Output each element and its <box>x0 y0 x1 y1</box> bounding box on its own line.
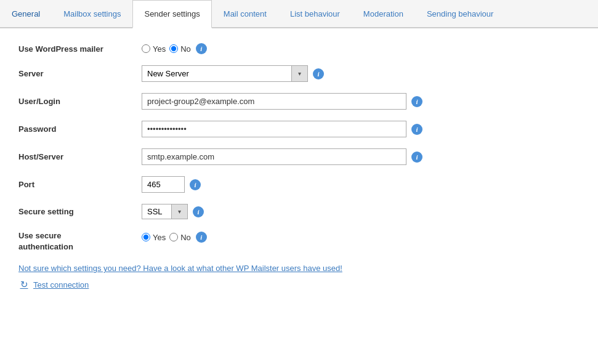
secure-setting-select[interactable]: SSL TLS None <box>142 204 187 219</box>
wordpress-mailer-radio-group: Yes No <box>142 44 191 54</box>
server-info-icon[interactable]: i <box>313 68 324 79</box>
wp-mailer-yes-radio[interactable] <box>142 44 150 53</box>
wordpress-mailer-label: Use WordPress mailer <box>18 44 142 54</box>
secure-setting-row: Secure setting SSL TLS None ▾ i <box>18 204 580 219</box>
host-server-row: Host/Server i <box>18 148 580 165</box>
secure-auth-no-text: No <box>180 233 191 242</box>
tab-sending-behaviour[interactable]: Sending behaviour <box>415 0 505 27</box>
secure-setting-label: Secure setting <box>18 207 142 216</box>
server-select[interactable]: New Server Custom Server <box>142 66 307 81</box>
user-login-info-icon[interactable]: i <box>411 96 422 107</box>
sender-settings-panel: Use WordPress mailer Yes No i Server New… <box>0 28 598 305</box>
wp-mailer-no-text: No <box>180 44 191 54</box>
tab-bar: General Mailbox settings Sender settings… <box>0 0 598 28</box>
secure-auth-row: Use secure authentication Yes No i <box>18 230 580 253</box>
port-row: Port i <box>18 176 580 193</box>
password-label: Password <box>18 124 142 134</box>
wp-mailer-info-icon[interactable]: i <box>196 43 207 54</box>
secure-auth-info-icon[interactable]: i <box>196 232 207 243</box>
wp-mailer-no-radio[interactable] <box>169 44 178 53</box>
wordpress-mailer-row: Use WordPress mailer Yes No i <box>18 43 580 54</box>
help-link[interactable]: Not sure which settings you need? Have a… <box>18 264 580 273</box>
secure-select-wrapper[interactable]: SSL TLS None ▾ <box>142 204 188 219</box>
tab-general[interactable]: General <box>0 0 52 27</box>
server-select-wrapper[interactable]: New Server Custom Server ▾ <box>142 65 308 82</box>
password-field: i <box>142 121 422 137</box>
wp-mailer-no-label[interactable]: No <box>169 44 191 54</box>
host-server-info-icon[interactable]: i <box>411 152 422 163</box>
password-info-icon[interactable]: i <box>411 124 422 135</box>
secure-auth-no-radio[interactable] <box>169 233 178 241</box>
server-label: Server <box>18 69 142 78</box>
port-field: i <box>142 176 201 193</box>
tab-moderation[interactable]: Moderation <box>352 0 415 27</box>
secure-auth-label: Use secure authentication <box>18 230 142 253</box>
secure-auth-yes-text: Yes <box>153 233 166 242</box>
port-input[interactable] <box>142 176 185 193</box>
tab-mail-content[interactable]: Mail content <box>212 0 278 27</box>
wp-mailer-yes-label[interactable]: Yes <box>142 44 166 54</box>
test-connection-label: Test connection <box>33 280 89 289</box>
host-server-field: i <box>142 148 422 165</box>
host-server-input[interactable] <box>142 148 406 165</box>
secure-setting-field: SSL TLS None ▾ i <box>142 204 204 219</box>
tab-mailbox-settings[interactable]: Mailbox settings <box>52 0 132 27</box>
user-login-field: i <box>142 93 422 110</box>
host-server-label: Host/Server <box>18 152 142 161</box>
user-login-row: User/Login i <box>18 93 580 110</box>
user-login-input[interactable] <box>142 93 406 110</box>
refresh-icon: ↻ <box>18 279 30 290</box>
secure-auth-yes-radio[interactable] <box>142 233 150 241</box>
user-login-label: User/Login <box>18 97 142 106</box>
secure-setting-info-icon[interactable]: i <box>193 206 204 217</box>
password-input[interactable] <box>142 121 406 137</box>
password-row: Password i <box>18 121 580 137</box>
secure-auth-field: Yes No i <box>142 232 207 243</box>
secure-auth-yes-label[interactable]: Yes <box>142 233 166 242</box>
secure-auth-no-label[interactable]: No <box>169 233 191 242</box>
server-row: Server New Server Custom Server ▾ i <box>18 65 580 82</box>
server-field: New Server Custom Server ▾ i <box>142 65 324 82</box>
wordpress-mailer-field: Yes No i <box>142 43 207 54</box>
port-label: Port <box>18 180 142 189</box>
wp-mailer-yes-text: Yes <box>153 44 166 54</box>
tab-sender-settings[interactable]: Sender settings <box>132 0 211 28</box>
tab-list-behaviour[interactable]: List behaviour <box>278 0 352 27</box>
port-info-icon[interactable]: i <box>190 179 201 190</box>
secure-auth-radio-group: Yes No <box>142 233 191 242</box>
test-connection-button[interactable]: ↻ Test connection <box>18 279 580 290</box>
